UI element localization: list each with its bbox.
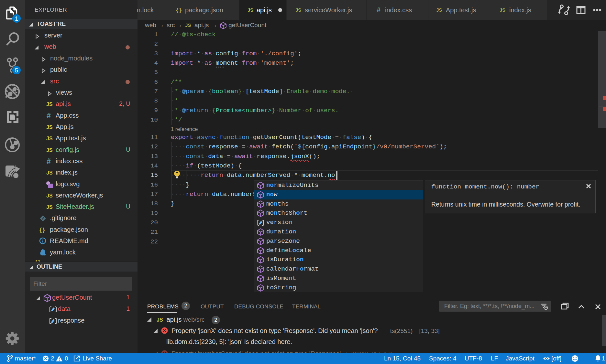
svg-text:5: 5 <box>15 67 18 74</box>
svg-text:i: i <box>42 239 43 243</box>
svg-text:1: 1 <box>15 16 18 22</box>
